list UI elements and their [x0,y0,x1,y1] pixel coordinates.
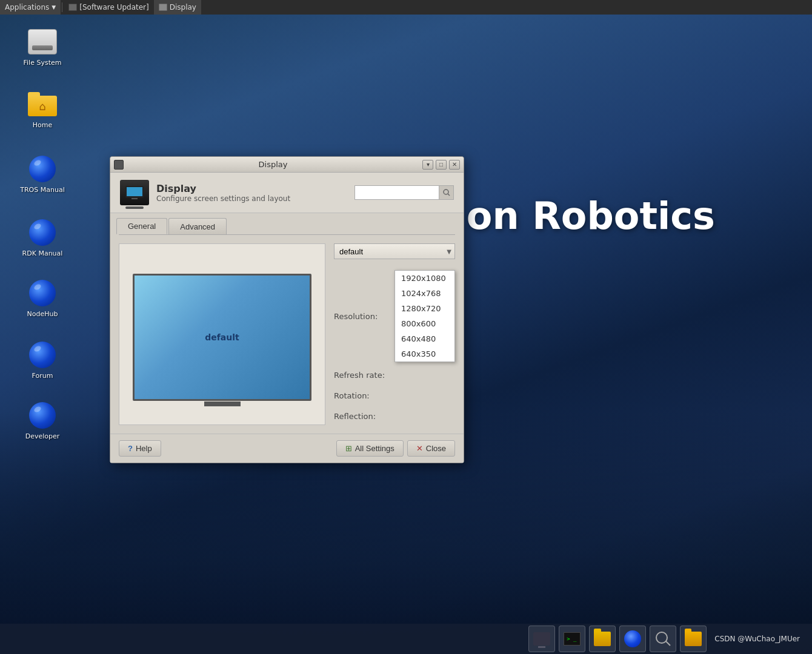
applications-menu[interactable]: Applications ▼ [0,0,61,15]
refresh-rate-label: Refresh rate: [334,371,394,380]
resolution-dropdown: 1920x1080 1024x768 1280x720 800x600 640x… [394,270,455,362]
display-dialog: Display ▾ □ ✕ Display Configure screen s… [110,156,464,463]
taskbar-monitor-button[interactable] [528,626,555,652]
content-inner: default default ▼ Resolutio [119,243,455,425]
taskbar-terminal-icon [564,632,581,646]
taskbar-filemanager-icon [685,632,702,646]
display-task-label: Display [170,3,196,12]
dialog-content: default default ▼ Resolutio [110,235,464,434]
filesystem-icon [28,29,57,54]
monitor-select-wrapper: default ▼ [334,243,455,259]
svg-rect-1 [127,187,142,196]
resolution-option-800[interactable]: 800x600 [395,316,454,331]
resolution-option-1920[interactable]: 1920x1080 [395,271,454,286]
dialog-header-title: Display [156,183,290,194]
close-button[interactable]: ✕ Close [407,440,455,457]
taskbar-monitor-icon [533,632,550,646]
monitor-preview-label: default [205,332,239,342]
tros-label: TROS Manual [20,186,64,194]
desktop-icon-tros[interactable]: TROS Manual [18,154,67,194]
reflection-row: Reflection: [334,408,455,424]
rotation-row: Rotation: [334,388,455,403]
taskbar: CSDN @WuChao_JMUer [0,624,812,654]
settings-panel: default ▼ Resolution: 1920x1080 1024x768 [334,243,455,425]
taskbar-search-icon [654,630,671,647]
taskbar-globe-button[interactable] [619,626,646,652]
rdk-icon [29,219,56,246]
home-folder-icon: ⌂ [28,92,57,116]
rdk-label: RDK Manual [22,249,63,257]
all-settings-label: All Settings [355,444,394,453]
window-minimize-button[interactable]: ▾ [422,160,433,170]
dialog-header-subtitle: Configure screen settings and layout [156,194,290,203]
tab-general[interactable]: General [116,218,167,234]
refresh-rate-row: Refresh rate: [334,367,455,383]
rotation-label: Rotation: [334,391,394,400]
dialog-title: Display [124,160,422,169]
taskbar-user-label: CSDN @WuChao_JMUer [714,635,800,643]
resolution-option-640x480[interactable]: 640x480 [395,331,454,346]
display-task[interactable]: Display [154,0,201,15]
desktop-icon-home[interactable]: ⌂ Home [18,90,67,129]
panel-divider [62,2,62,12]
help-icon: ? [128,444,133,453]
svg-point-3 [444,190,448,194]
dialog-header: Display Configure screen settings and la… [110,173,464,213]
resolution-label: Resolution: [334,312,394,321]
tab-advanced[interactable]: Advanced [168,218,227,234]
filesystem-label: File System [24,59,62,67]
software-updater-label: [Software Updater] [79,3,148,12]
desktop: Applications ▼ [Software Updater] Displa… [0,0,812,654]
desktop-icon-nodehub[interactable]: NodeHub [18,279,67,318]
taskbar-files-button[interactable] [589,626,616,652]
dialog-search-input[interactable] [354,185,439,200]
monitor-preview: default [133,274,311,401]
desktop-icon-rdk[interactable]: RDK Manual [18,218,67,257]
desktop-icon-developer[interactable]: Developer [18,401,67,440]
panel-app-icon-sw [68,4,77,11]
titlebar-controls: ▾ □ ✕ [422,160,460,170]
all-settings-button[interactable]: ⊞ All Settings [336,440,404,457]
dialog-footer: ? Help ⊞ All Settings ✕ Close [110,434,464,463]
all-settings-icon: ⊞ [345,444,352,453]
svg-rect-2 [131,198,138,199]
window-close-button[interactable]: ✕ [449,160,460,170]
taskbar-globe-icon [624,630,641,647]
software-updater-task[interactable]: [Software Updater] [64,0,153,15]
resolution-option-1280[interactable]: 1280x720 [395,301,454,316]
taskbar-terminal-button[interactable] [559,626,585,652]
dialog-tabs: General Advanced [110,213,464,234]
desktop-icon-filesystem[interactable]: File System [18,27,67,67]
resolution-dropdown-container: 1920x1080 1024x768 1280x720 800x600 640x… [394,270,455,362]
developer-label: Developer [25,432,60,440]
preview-panel: default [119,243,325,425]
help-button[interactable]: ? Help [119,440,161,457]
taskbar-filemanager-button[interactable] [680,626,707,652]
footer-right: ⊞ All Settings ✕ Close [336,440,455,457]
desktop-icon-forum[interactable]: Forum [18,340,67,380]
nodehub-label: NodeHub [27,310,58,318]
dialog-titlebar: Display ▾ □ ✕ [110,157,464,173]
window-maximize-button[interactable]: □ [436,160,447,170]
nodehub-icon [29,280,56,306]
dialog-search [354,185,454,200]
forum-icon [29,342,56,368]
applications-label: Applications [5,3,49,12]
top-panel: Applications ▼ [Software Updater] Displa… [0,0,812,15]
taskbar-files-icon [594,632,611,646]
monitor-select[interactable]: default [334,243,455,259]
forum-label: Forum [32,372,53,380]
close-label: Close [426,444,446,453]
dialog-header-monitor-icon [120,180,149,205]
svg-line-4 [448,194,450,196]
help-label: Help [136,444,152,453]
resolution-option-1024[interactable]: 1024x768 [395,286,454,301]
desktop-text: on Robotics [467,194,715,238]
resolution-option-640x350[interactable]: 640x350 [395,346,454,362]
reflection-label: Reflection: [334,412,394,421]
panel-display-icon [159,4,167,11]
tros-icon [29,156,56,182]
taskbar-search-button[interactable] [650,626,676,652]
search-button[interactable] [439,185,454,200]
resolution-row: Resolution: 1920x1080 1024x768 1280x720 … [334,270,455,362]
